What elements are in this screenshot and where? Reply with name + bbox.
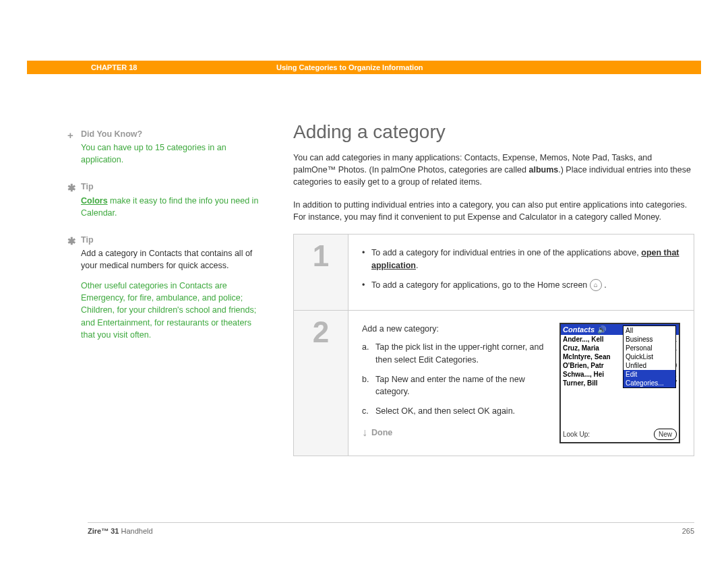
content-area: + Did You Know? You can have up to 15 ca… — [27, 128, 701, 456]
chapter-label: CHAPTER 18 — [91, 63, 276, 71]
step-2-row: 2 Add a new category: a. Tap the pick li… — [294, 311, 694, 456]
step-1-bullet-2a: To add a category for applications, go t… — [371, 280, 590, 290]
asterisk-icon: ✱ — [67, 234, 76, 249]
footer-product-rest: Handheld — [119, 527, 152, 535]
tip-text-2a: Add a category in Contacts that contains… — [81, 247, 266, 272]
chapter-title: Using Categories to Organize Information — [276, 63, 423, 71]
footer-product: Zire™ 31 Handheld — [88, 527, 153, 535]
done-arrow-icon: ↓ — [362, 425, 367, 441]
palm-dd-all[interactable]: All — [624, 326, 675, 335]
step-2a: a. Tap the pick list in the upper-right … — [362, 341, 551, 367]
asterisk-icon: ✱ — [67, 181, 76, 195]
step-2c-label: c. — [362, 405, 375, 418]
bullet-icon: • — [362, 247, 371, 272]
palm-dd-business[interactable]: Business — [624, 335, 675, 344]
step-2b-label: b. — [362, 373, 375, 399]
tip-text-1: Colors make it easy to find the info you… — [81, 195, 266, 219]
step-1-bullet-2b: . — [604, 280, 606, 290]
step-1-number: 1 — [313, 241, 329, 310]
step-2-body: Add a new category: a. Tap the pick list… — [348, 311, 694, 456]
bullet-icon: • — [362, 279, 371, 292]
home-icon: ⌂ — [590, 279, 602, 291]
tip-block-1: ✱ Tip Colors make it easy to find the in… — [81, 181, 266, 218]
step-1-bullet-1: • To add a category for individual entri… — [362, 247, 680, 272]
step-2-num-cell: 2 — [294, 311, 348, 456]
done-label: Done — [371, 427, 392, 439]
tip-text-2b: Other useful categories in Contacts are … — [81, 280, 266, 341]
step-2b: b. Tap New and enter the name of the new… — [362, 373, 551, 399]
step-2-instructions: Add a new category: a. Tap the pick list… — [362, 323, 559, 443]
step-2b-text: Tap New and enter the name of the new ca… — [375, 373, 551, 399]
palm-screenshot: Contacts 🔊 All Business Personal QuickLi… — [559, 323, 680, 443]
albums-bold: albums — [529, 165, 559, 175]
step-1-num-cell: 1 — [294, 235, 348, 310]
step-1-bullet-2: • To add a category for applications, go… — [362, 279, 680, 292]
step-2a-text: Tap the pick list in the upper-right cor… — [375, 341, 551, 367]
steps-box: 1 • To add a category for individual ent… — [293, 234, 694, 456]
step-1-body: • To add a category for individual entri… — [348, 235, 694, 310]
plus-icon: + — [67, 128, 73, 143]
tip-block-2: ✱ Tip Add a category in Contacts that co… — [81, 234, 266, 341]
intro-paragraph-2: In addition to putting individual entrie… — [293, 199, 694, 223]
tip-heading-1: Tip — [81, 181, 266, 193]
step-1-bullet-1b: . — [416, 261, 418, 270]
footer-product-bold: Zire™ 31 — [88, 527, 119, 535]
done-row: ↓ Done — [362, 425, 551, 441]
page-footer: Zire™ 31 Handheld 265 — [88, 522, 694, 535]
step-2a-label: a. — [362, 341, 375, 367]
main-column: Adding a category You can add categories… — [293, 128, 694, 456]
palm-lookup-label: Look Up: — [563, 429, 590, 439]
did-you-know-block: + Did You Know? You can have up to 15 ca… — [81, 128, 266, 166]
palm-dd-unfiled[interactable]: Unfiled — [624, 361, 675, 370]
step-2-title: Add a new category: — [362, 323, 551, 336]
chapter-header-bar: CHAPTER 18 Using Categories to Organize … — [27, 61, 701, 74]
footer-page-number: 265 — [682, 527, 694, 535]
palm-dd-edit-categories[interactable]: Edit Categories... — [624, 370, 675, 387]
page-title: Adding a category — [293, 121, 694, 143]
palm-new-button[interactable]: New — [654, 429, 677, 440]
step-2-number: 2 — [313, 317, 329, 456]
palm-signal-icon: 🔊 — [597, 324, 607, 336]
intro-paragraph-1: You can add categories in many applicati… — [293, 152, 694, 188]
colors-link[interactable]: Colors — [81, 196, 108, 206]
palm-app-title: Contacts — [563, 324, 595, 336]
tip-text-1-rest: make it easy to find the info you need i… — [81, 196, 258, 218]
sidebar: + Did You Know? You can have up to 15 ca… — [81, 128, 266, 456]
did-you-know-text: You can have up to 15 categories in an a… — [81, 142, 266, 166]
step-1-bullet-1a: To add a category for individual entries… — [371, 248, 641, 257]
step-2c: c. Select OK, and then select OK again. — [362, 405, 551, 418]
palm-category-dropdown[interactable]: All Business Personal QuickList Unfiled … — [623, 325, 676, 388]
palm-bottom-bar: Look Up: New — [563, 429, 677, 440]
palm-dd-personal[interactable]: Personal — [624, 344, 675, 352]
did-you-know-heading: Did You Know? — [81, 128, 266, 140]
step-2c-text: Select OK, and then select OK again. — [375, 405, 551, 418]
tip-heading-2: Tip — [81, 234, 266, 246]
page: CHAPTER 18 Using Categories to Organize … — [0, 0, 728, 456]
palm-dd-quicklist[interactable]: QuickList — [624, 352, 675, 361]
step-1-row: 1 • To add a category for individual ent… — [294, 235, 694, 311]
